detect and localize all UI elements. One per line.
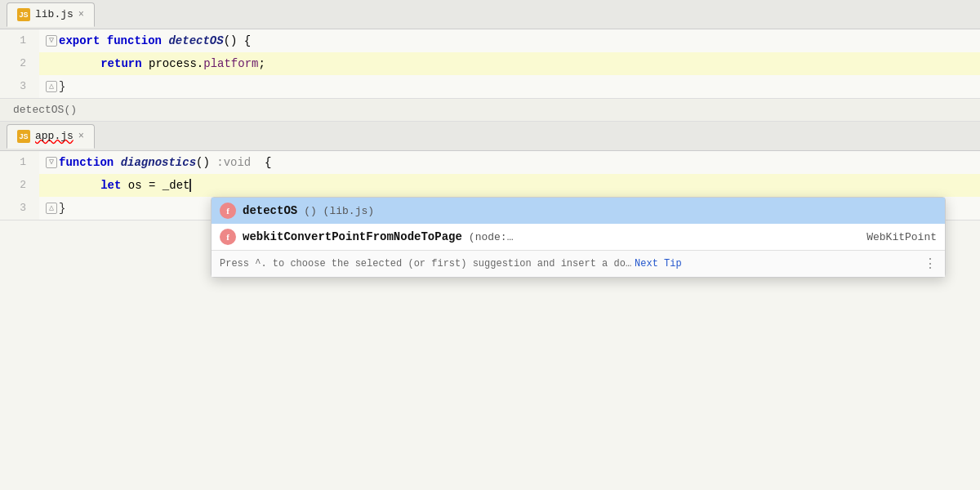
process-obj: process [149,57,197,70]
platform-prop: platform [203,57,258,70]
next-tip-link[interactable]: Next Tip [635,258,682,270]
tab-lib-js[interactable]: JS lib.js × [7,2,95,27]
kw-return: return [100,57,149,70]
fold-icon-3[interactable]: △ [46,81,57,92]
closing-brace-app: } [59,202,65,215]
app-line-num-2: 2 [0,174,39,197]
autocomplete-icon-1: f [220,203,236,219]
lib-line1-rest: () { [224,34,252,47]
semi: ; [258,57,265,70]
lib-js-editor: 1 ▽export function detectOS() { 2 return… [0,29,980,99]
fold-icon-app-3[interactable]: △ [46,203,57,214]
autocomplete-item-1[interactable]: f detectOS () (lib.js) [212,198,945,224]
autocomplete-item-2[interactable]: f webkitConvertPointFromNodeToPage (node… [212,224,945,250]
app-js-section: 1 ▽function diagnostics() :void { 2 let … [0,151,980,220]
lib-line-3: 3 △} [0,75,980,98]
app-line1-rest: { [251,156,271,169]
lib-line-num-1: 1 [0,29,39,52]
fn-diagnostics: diagnostics [121,156,196,169]
breadcrumb-text: detectOS() [13,104,77,116]
more-icon[interactable]: ⋮ [924,256,937,272]
app-tab-bar: JS app.js × [0,122,980,151]
type-void: :void [210,156,251,169]
lib-line-1-content: ▽export function detectOS() { [39,29,980,52]
footer-tip-text: Press ^. to choose the selected (or firs… [220,258,631,270]
lib-line-1: 1 ▽export function detectOS() { [0,29,980,52]
app-js-icon: JS [17,130,30,143]
lib-line-2: 2 return process.platform; [0,52,980,75]
autocomplete-sig-1: () (lib.js) [304,205,374,217]
autocomplete-type-2: WebKitPoint [866,231,937,243]
autocomplete-sig-2: (node:… [469,231,514,243]
fold-icon-app-1[interactable]: ▽ [46,157,57,168]
app-line-1-content: ▽function diagnostics() :void { [39,151,980,174]
app-line-num-1: 1 [0,151,39,174]
tab-app-js[interactable]: JS app.js × [7,124,95,149]
app-params: () [196,156,210,169]
breadcrumb: detectOS() [0,99,980,122]
lib-line-num-2: 2 [0,52,39,75]
kw-let: let [100,179,128,192]
autocomplete-footer: Press ^. to choose the selected (or firs… [212,250,945,277]
autocomplete-popup: f detectOS () (lib.js) f webkitConvertPo… [211,197,946,278]
closing-brace-lib: } [59,80,65,93]
lib-js-close[interactable]: × [78,10,84,20]
app-line-1: 1 ▽function diagnostics() :void { [0,151,980,174]
autocomplete-icon-2: f [220,229,236,245]
autocomplete-name-2: webkitConvertPointFromNodeToPage [243,230,462,243]
text-cursor [189,179,191,192]
app-line-2-content: let os = _det [39,174,980,197]
lib-js-filename: lib.js [35,8,74,20]
kw-function-lib: function [107,34,169,47]
lib-line-3-content: △} [39,75,980,98]
autocomplete-name-1: detectOS [243,204,297,217]
app-js-filename: app.js [35,130,74,142]
fn-detectOS: detectOS [168,34,223,47]
fold-icon-1[interactable]: ▽ [46,35,57,47]
lib-tab-bar: JS lib.js × [0,0,980,29]
lib-js-icon: JS [17,8,30,21]
lib-line-num-3: 3 [0,75,39,98]
app-js-close[interactable]: × [78,131,84,141]
os-var: os = _det [128,179,190,192]
lib-line-2-content: return process.platform; [39,52,980,75]
dot: . [197,57,203,70]
app-line-2: 2 let os = _det [0,174,980,197]
lib-code-area: 1 ▽export function detectOS() { 2 return… [0,29,980,98]
app-line-num-3: 3 [0,197,39,220]
kw-export: export [59,34,107,47]
kw-function-app: function [59,156,121,169]
